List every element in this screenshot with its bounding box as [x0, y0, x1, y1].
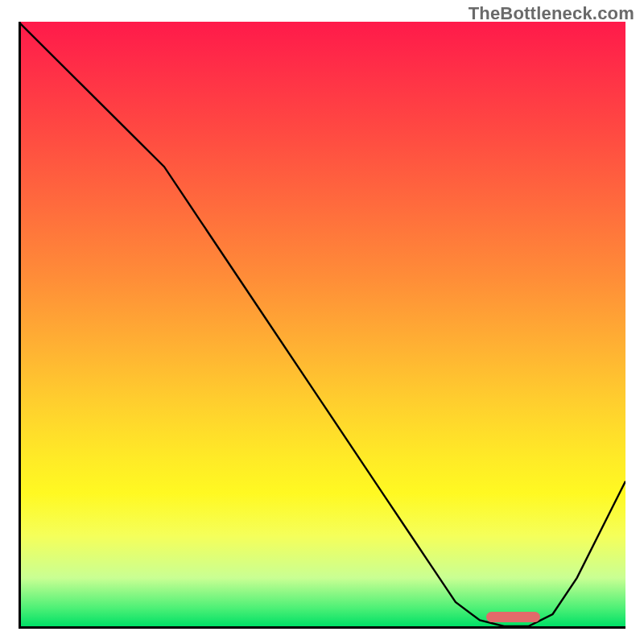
- x-axis: [19, 626, 625, 629]
- chart-container: TheBottleneck.com: [0, 0, 644, 644]
- minimum-marker: [486, 612, 541, 622]
- y-axis: [19, 22, 21, 626]
- plot-area: [19, 22, 625, 626]
- watermark-text: TheBottleneck.com: [469, 3, 634, 24]
- curve-svg: [19, 22, 625, 626]
- bottleneck-curve: [19, 22, 625, 626]
